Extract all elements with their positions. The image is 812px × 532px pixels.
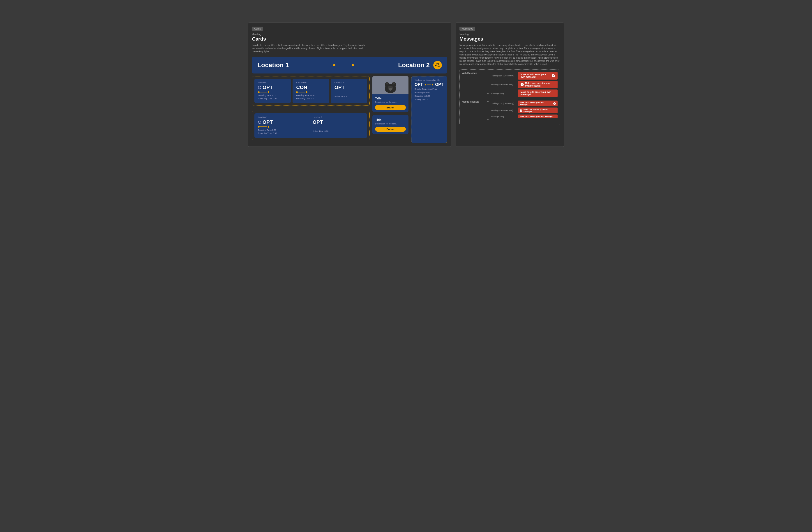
flight-summary-card: Wednesday, September 6th OPT OPT Direct … [411,76,447,143]
mobile-leading-row: Leading Icon (No Close) ✕ Make sure to e… [491,107,557,113]
web-leading-bar: ✕ Make sure to enter your own message! [518,81,557,88]
mobile-leading-text: Make sure to enter your own message! [523,108,556,113]
trip-type-badge: Trip Type [433,61,442,70]
conn-connector [258,91,287,93]
conn-card-loc2[interactable]: Location 2 OPT Arrival Time: 0:00 [331,79,367,103]
web-message-variants: Trailing Icon (Close Only) Make sure to … [491,72,557,97]
cards-tab[interactable]: Cards [252,27,263,31]
direct-card[interactable]: Location 1 OPT Boarding T [255,113,367,138]
line [260,92,267,92]
connection-card-container: Location 1 OPT Boarding T [252,76,370,105]
mobile-message-only-row: Message Only Make sure to enter your own… [491,115,557,118]
messages-heading-label: Heading [460,33,560,35]
web-trailing-text: Make sure to enter your own message! [521,73,550,78]
web-leading-row: Leading Icon (No Close) ✕ Make sure to e… [491,81,557,88]
cards-heading-description: In order to convey different information… [252,44,365,53]
mobile-leading-bar: ✕ Make sure to enter your own message! [518,107,557,113]
web-message-section: Web Message Trailing Icon (Close Only) M… [462,72,557,97]
messages-heading-description: Messages are incredibly important in con… [460,44,560,66]
mobile-message-only-label: Message Only [491,115,516,118]
mobile-message-section: Mobile Message Trailing Icon (Close Only… [462,101,557,121]
conn-times-3: Arrival Time: 0:00 [334,95,364,98]
mobile-trailing-text: Make sure to enter your own message! [520,101,552,105]
direct-card-container: Location 1 OPT Boarding T [252,111,370,140]
flight-summary-iata: OPT OPT [415,82,444,87]
flight-summary-details: Boarding at 0:00 Departing at 0:00 Arriv… [415,91,444,101]
close-icon[interactable]: ✕ [552,74,555,77]
mobile-close-icon[interactable]: ✕ [553,102,556,105]
web-message-only-row: Message Only Make sure to enter your own… [491,89,557,97]
svg-point-5 [393,82,395,85]
connector-dot-left [333,64,335,66]
web-trailing-bar: Make sure to enter your own message! ✕ [518,72,557,79]
media-card-title-2: Title [375,118,406,122]
conn-loc2-label: Location 2 [334,82,364,84]
mobile-leading-label: Leading Icon (No Close) [491,109,516,112]
web-message-label: Web Message [462,72,482,74]
connection-cards-row: Location 1 OPT Boarding T [255,79,367,103]
messages-tab[interactable]: Messages [460,27,475,31]
mobile-trailing-label: Trailing Icon (Close Only) [491,102,516,105]
svg-point-4 [386,82,388,85]
direct-loc1: Location 1 OPT Boarding T [258,116,309,135]
cards-heading-title: Cards [252,36,447,42]
media-card-title-1: Title [375,97,406,100]
flight-summary-type: Direct / Connection Flight [415,88,444,90]
flight-summary-date: Wednesday, September 6th [415,79,444,82]
leading-icon: ✕ [521,83,524,86]
direct-connector [258,126,309,128]
media-card-button-2[interactable]: Button [375,127,406,132]
cards-panel: Cards Heading Cards In order to convey d… [248,23,451,147]
conn-iata: CON [296,85,325,90]
dot-orange-2 [268,91,269,93]
media-card-button-1[interactable]: Button [375,105,406,110]
messages-dashed-container: Web Message Trailing Icon (Close Only) M… [460,70,560,125]
mobile-trailing-bar: Make sure to enter your own message! ✕ [518,101,557,106]
web-trailing-row: Trailing Icon (Close Only) Make sure to … [491,72,557,79]
media-card-body-1: Title Description for the card. Button [372,94,408,112]
flight-connector [289,64,398,66]
media-cards-column: Title Description for the card. Button T… [372,76,408,143]
conn-card-loc1[interactable]: Location 1 OPT Boarding T [255,79,291,103]
media-card-desc-1: Description for the card. [375,101,406,103]
web-message-only-text: Make sure to enter your own message! [521,91,555,96]
mobile-message-only-bar: Make sure to enter your own message! [518,115,557,118]
mobile-trailing-row: Trailing Icon (Close Only) Make sure to … [491,101,557,106]
media-card-body-2: Title Description for the card. Button [372,115,408,134]
conn-loc1-iata: OPT [258,85,287,90]
conn-loc1-label: Location 1 [258,82,287,84]
conn-connection-label: Connection [296,82,325,84]
dot-orange [258,91,260,93]
conn-times-1: Boarding Time: 0:00 Departing Time: 0:00 [258,94,287,100]
mobile-leading-icon: ✕ [520,109,522,112]
web-leading-label: Leading Icon (No Close) [491,84,516,86]
flight-location2-text: Location 2 [398,61,430,69]
media-card-1: Title Description for the card. Button [372,76,408,112]
flight-location1-text: Location 1 [257,61,289,69]
svg-point-7 [389,88,392,91]
conn-card-connection[interactable]: Connection CON Boarding Time: 0:00 [292,79,329,103]
media-card-2: Title Description for the card. Button [372,115,408,134]
web-leading-text: Make sure to enter your own message! [525,82,555,87]
dot-orange-3 [296,91,298,93]
conn-connector-2 [296,91,325,93]
conn-loc2-iata: OPT [334,85,364,90]
web-message-only-label: Message Only [491,92,516,94]
line-2 [299,92,305,92]
mobile-message-only-text: Make sure to enter your own message! [520,115,553,117]
cards-content-area: Location 1 OPT Boarding T [252,76,447,143]
media-card-desc-2: Description for the card. [375,123,406,125]
conn-times-2: Boarding Time: 0:00 Departing Time: 0:00 [296,94,325,100]
radio-circle-2 [258,121,261,124]
messages-panel: Messages Heading Messages Messages are i… [455,23,564,147]
dot-orange-4 [306,91,307,93]
cards-heading-label: Heading [252,33,447,35]
cards-left-column: Location 1 OPT Boarding T [252,76,370,143]
direct-loc2: Location 2 OPT Arrival Time: 0:00 [313,116,364,135]
mobile-message-variants: Trailing Icon (Close Only) Make sure to … [491,101,557,118]
mobile-message-label: Mobile Message [462,101,482,103]
radio-circle [258,86,261,89]
connector-dot-right [352,64,354,66]
connector-line [337,65,350,65]
messages-heading-title: Messages [460,36,560,42]
